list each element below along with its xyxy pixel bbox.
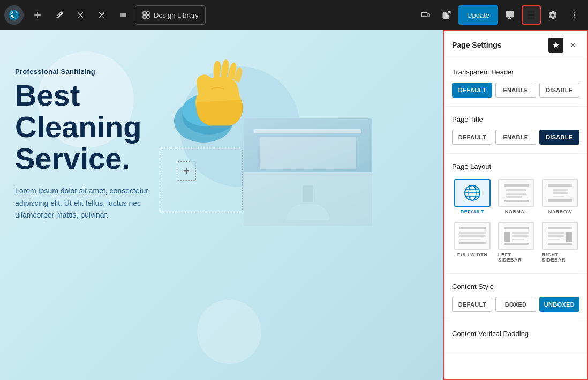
page-title-label: Page Title [452,115,579,123]
panel-title: Page Settings [452,41,502,49]
bg-circle-2 [197,300,261,364]
page-title-section: Page Title DEFAULT ENABLE DISABLE [444,107,587,154]
star-button[interactable] [548,38,563,53]
more-options-button[interactable] [564,5,584,25]
svg-rect-45 [548,243,572,245]
layout-default[interactable]: DEFAULT [452,177,493,217]
preview-button[interactable] [437,5,456,25]
page-layout-grid: DEFAULT NORMAL [452,177,579,265]
faucet [303,185,313,202]
page-settings-button[interactable] [522,5,541,25]
svg-rect-3 [143,16,146,18]
svg-rect-26 [553,192,568,194]
svg-point-10 [574,17,575,18]
svg-rect-2 [147,12,149,14]
settings-button[interactable] [543,5,562,25]
page-title-disable[interactable]: DISABLE [539,130,579,145]
svg-rect-24 [548,184,572,187]
layout-left-sidebar[interactable]: LEFT SIDEBAR [496,220,537,265]
toolbar: Design Library Update [0,0,588,30]
content-style-section: Content Style DEFAULT BOXED UNBOXED [444,274,587,321]
svg-rect-6 [428,14,429,17]
wp-logo[interactable] [4,5,24,25]
svg-rect-37 [512,235,529,237]
layout-default-icon [454,179,491,207]
svg-rect-29 [459,227,486,229]
page-layout-label: Page Layout [452,162,579,170]
content-style-unboxed[interactable]: UNBOXED [539,297,579,312]
page-title-enable[interactable]: ENABLE [495,130,536,145]
redo-button[interactable] [92,5,111,25]
svg-rect-35 [504,232,510,242]
hero-text: Professional Sanitizing BestCleaningServ… [15,68,165,221]
layout-right-sidebar-icon [542,222,578,250]
layout-fullwidth-label: FULLWIDTH [457,252,488,257]
svg-rect-39 [504,243,529,245]
content-style-default[interactable]: DEFAULT [452,297,492,312]
layout-fullwidth-icon [454,222,491,250]
svg-point-9 [574,14,575,16]
content-style-label: Content Style [452,282,579,290]
svg-rect-36 [512,232,529,234]
edit-mode-button[interactable] [49,5,69,25]
hero-description: Lorem ipsum dolor sit amet, consectetur … [15,185,165,221]
page-title-options: DEFAULT ENABLE DISABLE [452,130,579,145]
svg-rect-4 [147,16,149,18]
undo-button[interactable] [71,5,90,25]
svg-point-0 [9,10,19,20]
svg-rect-44 [548,239,560,240]
layout-normal[interactable]: NORMAL [496,177,537,217]
glove-image [161,46,278,166]
svg-rect-30 [459,232,486,234]
layout-narrow-label: NARROW [548,209,572,214]
svg-rect-21 [506,193,526,195]
layout-right-sidebar[interactable]: RIGHT SIDEBAR [540,220,581,265]
page-settings-panel: Page Settings × Transparent Header DEFAU… [443,30,588,380]
responsive-button[interactable] [416,5,435,25]
hero-subtitle: Professional Sanitizing [15,68,165,76]
list-view-button[interactable] [114,5,133,25]
add-block-button[interactable] [28,5,47,25]
layout-left-sidebar-icon [498,222,534,250]
svg-rect-31 [459,235,486,237]
layout-narrow-icon [542,179,578,207]
svg-rect-1 [143,12,146,14]
transparent-header-disable[interactable]: DISABLE [539,83,579,98]
svg-rect-5 [421,13,427,17]
svg-rect-38 [512,239,524,240]
layout-narrow[interactable]: NARROW [540,177,581,217]
transparent-header-default[interactable]: DEFAULT [452,83,492,98]
svg-rect-41 [566,232,572,242]
layout-default-label: DEFAULT [461,209,484,214]
panel-header-actions: × [548,38,579,53]
svg-rect-19 [504,184,529,187]
svg-rect-20 [506,189,526,191]
svg-rect-32 [459,239,480,240]
transparent-header-enable[interactable]: ENABLE [495,83,536,98]
layout-normal-icon [498,179,534,207]
page-title-default[interactable]: DEFAULT [452,130,492,145]
design-library-button[interactable]: Design Library [135,5,206,25]
content-vertical-padding-section: Content Vertical Padding [444,321,587,353]
svg-rect-25 [553,189,568,191]
panel-close-button[interactable]: × [567,39,579,51]
content-style-boxed[interactable]: BOXED [495,297,536,312]
svg-point-8 [574,12,575,13]
layout-fullwidth[interactable]: FULLWIDTH [452,220,493,265]
view-mode-button[interactable] [500,5,519,25]
svg-rect-43 [548,235,564,237]
canvas: Professional Sanitizing BestCleaningServ… [0,30,443,380]
transparent-header-label: Transparent Header [452,68,579,76]
svg-rect-27 [553,196,564,197]
main-area: Professional Sanitizing BestCleaningServ… [0,30,588,380]
content-style-options: DEFAULT BOXED UNBOXED [452,297,579,312]
svg-rect-22 [506,196,522,198]
svg-rect-34 [504,227,529,229]
svg-rect-40 [548,227,572,229]
transparent-header-section: Transparent Header DEFAULT ENABLE DISABL… [444,59,587,107]
content-vertical-padding-label: Content Vertical Padding [452,330,579,338]
update-button[interactable]: Update [458,5,498,25]
layout-normal-label: NORMAL [505,209,528,214]
layout-left-sidebar-label: LEFT SIDEBAR [498,252,534,263]
svg-rect-33 [459,242,486,244]
